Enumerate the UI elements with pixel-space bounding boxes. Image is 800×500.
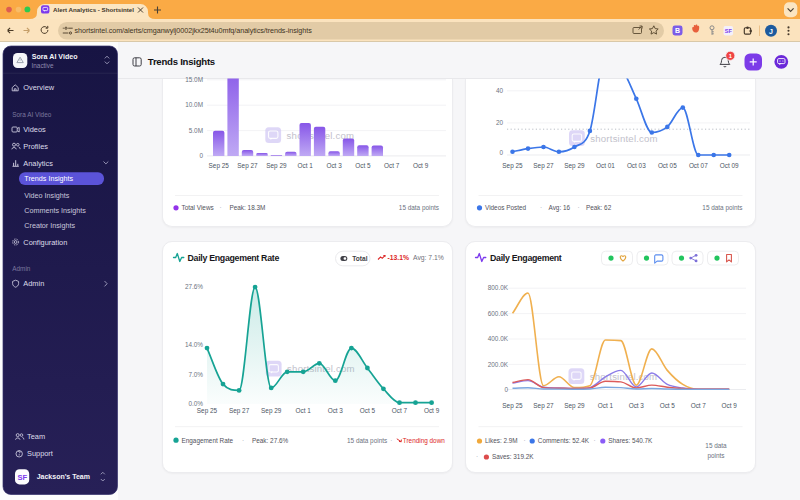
svg-text:Sep 25: Sep 25: [197, 407, 218, 415]
svg-text:Oct 1: Oct 1: [598, 402, 614, 409]
svg-text:Sep 29: Sep 29: [266, 162, 287, 170]
svg-text:400.0K: 400.0K: [488, 335, 509, 342]
svg-text:Admin: Admin: [12, 265, 31, 272]
svg-text:Peak: 18.3M: Peak: 18.3M: [230, 204, 266, 211]
svg-text:Sora AI Video: Sora AI Video: [32, 53, 78, 61]
svg-text:Shares: 540.7K: Shares: 540.7K: [608, 437, 653, 444]
svg-text:14.0%: 14.0%: [185, 341, 203, 348]
svg-text:·: ·: [476, 453, 478, 460]
svg-text:·: ·: [578, 204, 580, 211]
svg-text:·: ·: [390, 437, 392, 444]
svg-text:Oct 9: Oct 9: [413, 162, 429, 169]
svg-text:·: ·: [523, 437, 525, 444]
svg-text:Oct 05: Oct 05: [658, 162, 677, 169]
svg-text:20: 20: [496, 119, 504, 126]
svg-text:Sep 25: Sep 25: [209, 162, 230, 170]
svg-text:Comments: 52.4K: Comments: 52.4K: [538, 437, 590, 444]
svg-text:Daily Engagement Rate: Daily Engagement Rate: [188, 253, 280, 263]
svg-text:Oct 1: Oct 1: [296, 407, 312, 414]
svg-text:Oct 03: Oct 03: [627, 162, 646, 169]
svg-text:Trends Insights: Trends Insights: [24, 174, 73, 183]
svg-text:Daily Engagement: Daily Engagement: [490, 253, 562, 263]
svg-text:Sep 27: Sep 27: [229, 407, 250, 415]
svg-text:Saves: 319.2K: Saves: 319.2K: [492, 453, 534, 460]
svg-text:Analytics: Analytics: [23, 159, 53, 168]
svg-text:Oct 07: Oct 07: [689, 162, 708, 169]
svg-text:Trending down: Trending down: [403, 437, 445, 445]
svg-text:Oct 5: Oct 5: [355, 162, 371, 169]
svg-text:0: 0: [504, 386, 508, 393]
svg-text:600.0K: 600.0K: [488, 310, 509, 317]
svg-text:shortsintel.com/alerts/cmganwy: shortsintel.com/alerts/cmganwylj0002jkx2…: [75, 26, 313, 35]
svg-text:Inactive: Inactive: [32, 62, 54, 69]
svg-text:Total Views: Total Views: [182, 204, 214, 211]
svg-text:Overview: Overview: [23, 83, 54, 92]
svg-text:Videos: Videos: [23, 125, 46, 134]
svg-text:Oct 01: Oct 01: [596, 162, 615, 169]
svg-text:7.0%: 7.0%: [188, 371, 203, 378]
svg-text:27.6%: 27.6%: [185, 283, 203, 290]
svg-text:J: J: [769, 28, 773, 35]
svg-text:Sep 27: Sep 27: [533, 162, 554, 170]
svg-text:0: 0: [499, 149, 503, 156]
svg-text:Team: Team: [27, 432, 45, 441]
svg-text:15 data: 15 data: [705, 442, 727, 449]
svg-text:Peak: 27.6%: Peak: 27.6%: [252, 437, 289, 444]
svg-text:0: 0: [199, 152, 203, 159]
svg-text:-13.1%: -13.1%: [388, 254, 410, 261]
svg-text:Oct 7: Oct 7: [384, 162, 400, 169]
svg-text:Sep 29: Sep 29: [564, 162, 585, 170]
svg-text:Oct 5: Oct 5: [660, 402, 676, 409]
svg-text:·: ·: [242, 437, 244, 444]
svg-text:Creator Insights: Creator Insights: [24, 221, 75, 230]
svg-text:Oct 09: Oct 09: [720, 162, 739, 169]
svg-text:SF: SF: [18, 473, 28, 482]
svg-text:Oct 3: Oct 3: [328, 407, 344, 414]
svg-text:Alert Analytics - Shortsintel: Alert Analytics - Shortsintel: [53, 6, 134, 13]
svg-text:Sep 25: Sep 25: [502, 162, 523, 170]
svg-text:200.0K: 200.0K: [488, 361, 509, 368]
svg-text:SF: SF: [725, 28, 733, 34]
svg-text:10.0M: 10.0M: [185, 101, 203, 108]
svg-text:Support: Support: [27, 449, 53, 458]
svg-text:Engagement Rate: Engagement Rate: [182, 437, 234, 445]
svg-text:Sora AI Video: Sora AI Video: [12, 111, 51, 118]
svg-text:Oct 3: Oct 3: [326, 162, 342, 169]
svg-text:Avg: 7.1%: Avg: 7.1%: [413, 254, 444, 262]
svg-text:Jackson's Team: Jackson's Team: [37, 473, 90, 480]
svg-text:800.0K: 800.0K: [488, 284, 509, 291]
svg-text:Comments Insights: Comments Insights: [24, 206, 86, 215]
svg-text:Sep 29: Sep 29: [261, 407, 282, 415]
svg-text:·: ·: [540, 204, 542, 211]
svg-text:Likes: 2.9M: Likes: 2.9M: [485, 437, 518, 444]
svg-text:Avg: 16: Avg: 16: [549, 204, 571, 212]
svg-text:15 data points: 15 data points: [399, 204, 439, 212]
svg-text:Oct 3: Oct 3: [629, 402, 645, 409]
svg-text:Sep 29: Sep 29: [564, 402, 585, 410]
svg-text:Trends Insights: Trends Insights: [148, 56, 215, 67]
svg-text:Oct 5: Oct 5: [360, 407, 376, 414]
svg-text:Total: Total: [352, 255, 367, 262]
svg-text:Videos Posted: Videos Posted: [485, 204, 527, 211]
svg-text:Peak: 62: Peak: 62: [586, 204, 612, 211]
svg-text:Video Insights: Video Insights: [24, 191, 69, 200]
svg-text:40: 40: [496, 87, 504, 94]
svg-text:points: points: [707, 452, 724, 460]
svg-text:·: ·: [219, 204, 221, 211]
svg-text:15 data points: 15 data points: [702, 204, 742, 212]
svg-text:Oct 9: Oct 9: [424, 407, 440, 414]
svg-text:Oct 7: Oct 7: [392, 407, 408, 414]
svg-text:Sep 25: Sep 25: [502, 402, 523, 410]
svg-text:Oct 7: Oct 7: [691, 402, 707, 409]
svg-text:15 data points: 15 data points: [347, 437, 387, 445]
svg-text:Oct 9: Oct 9: [722, 402, 738, 409]
svg-text:Oct 1: Oct 1: [298, 162, 314, 169]
svg-text:B: B: [675, 27, 680, 34]
svg-text:shortsintel.com: shortsintel.com: [590, 133, 658, 144]
svg-text:Profiles: Profiles: [23, 142, 48, 151]
svg-text:Admin: Admin: [23, 279, 44, 288]
svg-text:Sep 27: Sep 27: [237, 162, 258, 170]
svg-text:Configuration: Configuration: [23, 238, 67, 247]
svg-text:Sep 27: Sep 27: [533, 402, 554, 410]
svg-text:5.0M: 5.0M: [189, 127, 203, 134]
